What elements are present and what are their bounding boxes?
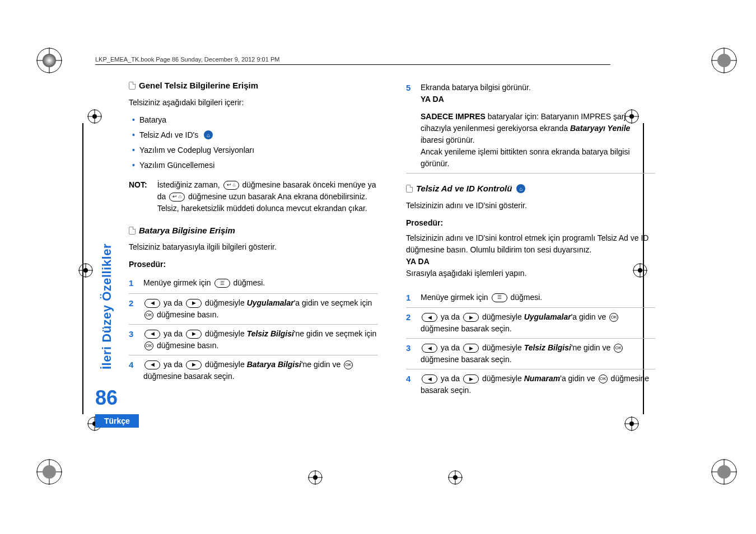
step: 3 ◀ ya da ▶ düğmesiyle Telsiz Bilgisi'ne… xyxy=(129,325,378,355)
left-button-icon: ◀ xyxy=(144,330,160,339)
ok-button-icon: OK xyxy=(344,360,353,369)
page-content: LKP_EMEA_TK.book Page 86 Sunday, Decembe… xyxy=(95,56,655,448)
right-button-icon: ▶ xyxy=(463,344,479,353)
step: 4 ◀ ya da ▶ düğmesiyle Batarya Bilgisi'n… xyxy=(129,355,378,386)
heading-text: Telsiz Ad ve ID Kontrolü xyxy=(416,182,512,195)
list-item: •Batarya xyxy=(129,114,378,126)
heading-text: Batarya Bilgisine Erişim xyxy=(139,224,235,237)
step-body: ◀ ya da ▶ düğmesiyle Telsiz Bilgisi'ne g… xyxy=(421,342,655,366)
or-label: YA DA xyxy=(406,256,655,268)
left-button-icon: ◀ xyxy=(144,299,160,308)
procedure-label: Prosedür: xyxy=(129,259,378,270)
svg-point-47 xyxy=(453,475,458,480)
list-item: •Yazılım ve Codeplug Versiyonları xyxy=(129,144,378,156)
bullet-icon: • xyxy=(132,114,135,126)
or-label: YA DA xyxy=(421,93,655,105)
step-body: Menüye girmek için ☰ düğmesi. xyxy=(421,292,655,303)
procedure-intro: Telsizinizin adını ve ID'sini kontrol et… xyxy=(406,232,655,279)
step: 4 ◀ ya da ▶ düğmesiyle Numaram'a gidin v… xyxy=(406,369,655,400)
step: 3 ◀ ya da ▶ düğmesiyle Telsiz Bilgisi'ne… xyxy=(406,339,655,369)
corner-mark-tl xyxy=(36,48,62,73)
sidebar-title: İleri Düzey Özellikler xyxy=(100,243,114,369)
intro-text: Telsiziniz aşağıdaki bilgileri içerir: xyxy=(129,97,378,109)
procedure-label: Prosedür: xyxy=(406,217,655,229)
step-number: 4 xyxy=(406,373,414,386)
note-block: NOT: İstediğiniz zaman, ↩ ⌂ düğmesine ba… xyxy=(129,179,378,214)
step: 2 ◀ ya da ▶ düğmesiyle Uygulamalar'a gid… xyxy=(129,294,378,325)
right-button-icon: ▶ xyxy=(186,330,202,339)
bullet-icon: • xyxy=(132,144,135,156)
left-button-icon: ◀ xyxy=(422,313,437,322)
step: 1 Menüye girmek için ☰ düğmesi. xyxy=(129,274,378,294)
procedure-steps: 1 Menüye girmek için ☰ düğmesi. 2 ◀ ya d… xyxy=(129,274,378,386)
step-number: 5 xyxy=(406,82,414,95)
home-button-icon: ↩ ⌂ xyxy=(223,181,239,190)
svg-point-43 xyxy=(313,475,318,480)
language-tab: Türkçe xyxy=(95,414,139,428)
trim-bar xyxy=(82,123,83,414)
left-button-icon: ◀ xyxy=(422,374,437,383)
step-body: ◀ ya da ▶ düğmesiyle Numaram'a gidin ve … xyxy=(421,373,655,396)
heading-text: Genel Telsiz Bilgilerine Erişim xyxy=(139,79,258,92)
note-body: İstediğiniz zaman, ↩ ⌂ düğmesine basarak… xyxy=(157,179,378,214)
right-button-icon: ▶ xyxy=(186,299,202,308)
step-body: ◀ ya da ▶ düğmesiyle Batarya Bilgisi'ne … xyxy=(143,359,378,382)
corner-mark-br xyxy=(711,459,737,485)
step-number: 3 xyxy=(129,328,137,341)
ok-button-icon: OK xyxy=(599,374,608,383)
impres-note: SADECE IMPRES bataryalar için: Bataryanı… xyxy=(421,111,655,146)
radio-id-icon: ⌂ xyxy=(204,130,213,139)
note-label: NOT: xyxy=(129,179,147,214)
step-body: Ekranda batarya bilgisi görünür. YA DA S… xyxy=(421,82,655,170)
menu-button-icon: ☰ xyxy=(492,293,507,302)
svg-point-11 xyxy=(43,465,56,479)
step-body: ◀ ya da ▶ düğmesiyle Uygulamalar'a gidin… xyxy=(143,297,378,321)
corner-mark-tr xyxy=(711,48,737,73)
step-body: ◀ ya da ▶ düğmesiyle Telsiz Bilgisi'ne g… xyxy=(143,328,378,352)
sidebar: İleri Düzey Özellikler xyxy=(90,224,106,381)
step-number: 2 xyxy=(406,311,414,324)
radio-id-icon: ⌂ xyxy=(516,184,525,193)
step-number: 2 xyxy=(129,297,137,310)
reg-mark xyxy=(308,470,323,485)
step-number: 1 xyxy=(129,277,137,290)
svg-point-15 xyxy=(717,465,731,479)
step-number: 3 xyxy=(406,342,414,355)
right-button-icon: ▶ xyxy=(463,374,479,383)
heading-radio-id: Telsiz Ad ve ID Kontrolü ⌂ xyxy=(406,182,655,195)
step: 2 ◀ ya da ▶ düğmesiyle Uygulamalar'a gid… xyxy=(406,308,655,339)
step: 1 Menüye girmek için ☰ düğmesi. xyxy=(406,288,655,308)
corner-mark-bl xyxy=(36,459,62,485)
svg-point-19 xyxy=(83,268,88,273)
page-icon xyxy=(129,82,136,90)
right-column: 5 Ekranda batarya bilgisi görünür. YA DA… xyxy=(406,79,655,400)
list-item: •Yazılım Güncellemesi xyxy=(129,160,378,171)
left-button-icon: ◀ xyxy=(144,360,160,369)
list-item: •Telsiz Adı ve ID's ⌂ xyxy=(129,129,378,141)
heading-general-info: Genel Telsiz Bilgilerine Erişim xyxy=(129,79,378,92)
ok-button-icon: OK xyxy=(609,313,618,322)
left-column: Genel Telsiz Bilgilerine Erişim Telsizin… xyxy=(129,79,378,400)
right-button-icon: ▶ xyxy=(186,360,202,369)
ok-button-icon: OK xyxy=(144,311,153,320)
step: 5 Ekranda batarya bilgisi görünür. YA DA… xyxy=(406,78,655,173)
bullet-list: •Batarya •Telsiz Adı ve ID's ⌂ •Yazılım … xyxy=(129,114,378,171)
ok-button-icon: OK xyxy=(614,344,623,353)
ok-button-icon: OK xyxy=(144,341,153,350)
step-number: 4 xyxy=(129,359,137,372)
menu-button-icon: ☰ xyxy=(214,279,230,288)
intro-text: Telsizinizin adını ve ID'sini gösterir. xyxy=(406,200,655,212)
left-button-icon: ◀ xyxy=(422,344,437,353)
svg-point-7 xyxy=(717,54,731,67)
page-number: 86 xyxy=(95,386,118,410)
intro-text: Telsiziniz bataryasıyla ilgili bilgileri… xyxy=(129,241,378,253)
right-button-icon: ▶ xyxy=(463,313,479,322)
step-number: 1 xyxy=(406,292,414,305)
bullet-icon: • xyxy=(132,129,135,141)
procedure-steps-cont: 5 Ekranda batarya bilgisi görünür. YA DA… xyxy=(406,78,655,173)
step-body: ◀ ya da ▶ düğmesiyle Uygulamalar'a gidin… xyxy=(421,311,655,335)
page-header: LKP_EMEA_TK.book Page 86 Sunday, Decembe… xyxy=(95,56,655,63)
home-button-icon: ↩ ⌂ xyxy=(169,193,185,202)
svg-point-3 xyxy=(43,54,56,67)
reg-mark xyxy=(448,470,463,485)
